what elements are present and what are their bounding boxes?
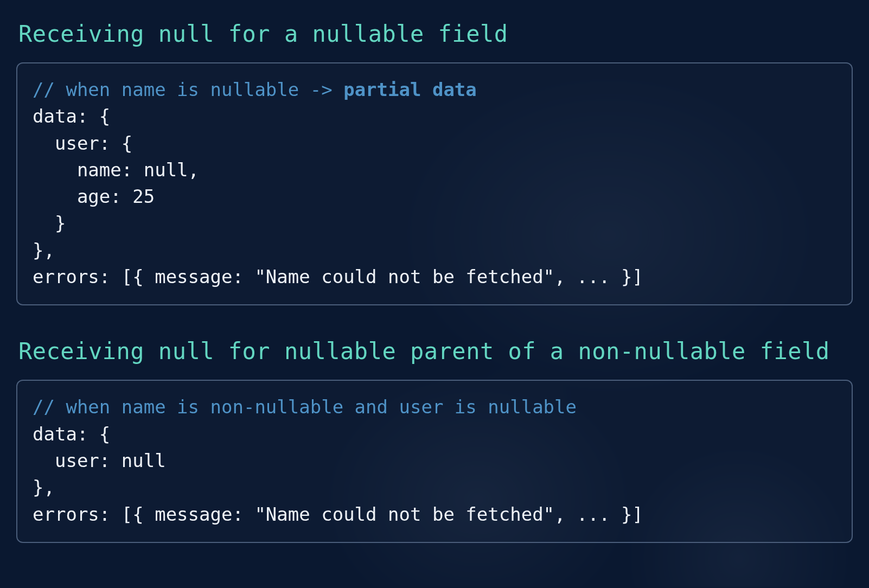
code-body: data: { user: { name: null, age: 25 } },… xyxy=(33,105,643,287)
section-heading: Receiving null for a nullable field xyxy=(18,21,853,47)
code-comment: // when name is non-nullable and user is… xyxy=(33,396,577,418)
code-block: // when name is nullable -> partial data… xyxy=(16,62,853,305)
code-block: // when name is non-nullable and user is… xyxy=(16,380,853,542)
code-comment: // when name is nullable -> xyxy=(33,79,343,100)
code-content: // when name is nullable -> partial data… xyxy=(33,76,836,290)
code-body: data: { user: null }, errors: [{ message… xyxy=(33,423,643,525)
slide-content: Receiving null for a nullable field // w… xyxy=(0,0,869,543)
section-heading: Receiving null for nullable parent of a … xyxy=(18,338,853,365)
code-comment-emph: partial data xyxy=(343,79,477,100)
code-content: // when name is non-nullable and user is… xyxy=(33,394,836,527)
